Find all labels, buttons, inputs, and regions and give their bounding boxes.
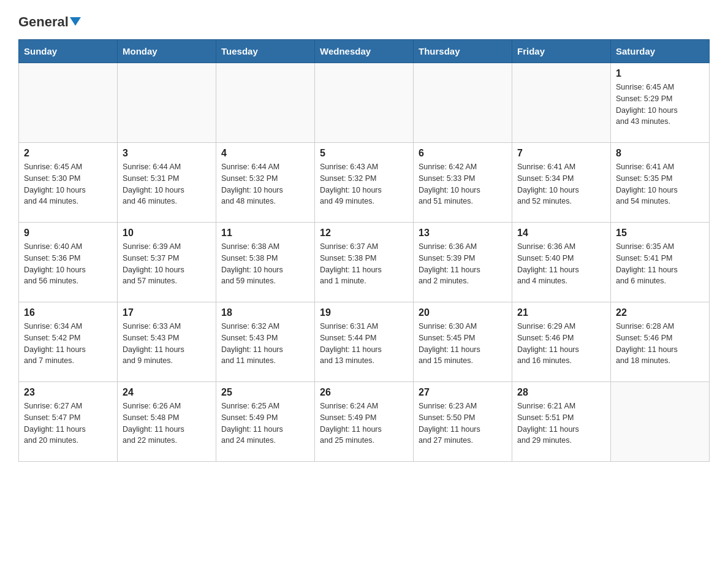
calendar-cell (414, 63, 512, 143)
day-number: 17 (123, 307, 211, 318)
logo: General (18, 12, 81, 29)
day-info: Sunrise: 6:25 AM Sunset: 5:49 PM Dayligh… (221, 400, 309, 446)
day-number: 15 (616, 228, 704, 239)
day-number: 4 (221, 148, 309, 159)
calendar-cell: 21Sunrise: 6:29 AM Sunset: 5:46 PM Dayli… (512, 302, 611, 382)
day-number: 23 (24, 387, 112, 398)
calendar-cell: 26Sunrise: 6:24 AM Sunset: 5:49 PM Dayli… (315, 382, 414, 462)
day-info: Sunrise: 6:24 AM Sunset: 5:49 PM Dayligh… (320, 400, 408, 446)
week-row-2: 2Sunrise: 6:45 AM Sunset: 5:30 PM Daylig… (19, 143, 710, 223)
calendar-cell: 2Sunrise: 6:45 AM Sunset: 5:30 PM Daylig… (19, 143, 118, 223)
day-number: 22 (616, 307, 704, 318)
weekday-header-wednesday: Wednesday (315, 40, 414, 63)
day-info: Sunrise: 6:23 AM Sunset: 5:50 PM Dayligh… (419, 400, 507, 446)
weekday-header-tuesday: Tuesday (216, 40, 315, 63)
calendar-cell: 1Sunrise: 6:45 AM Sunset: 5:29 PM Daylig… (611, 63, 710, 143)
day-number: 21 (517, 307, 605, 318)
day-number: 18 (221, 307, 309, 318)
day-info: Sunrise: 6:34 AM Sunset: 5:42 PM Dayligh… (24, 321, 112, 367)
day-info: Sunrise: 6:39 AM Sunset: 5:37 PM Dayligh… (123, 241, 211, 287)
calendar-cell: 15Sunrise: 6:35 AM Sunset: 5:41 PM Dayli… (611, 223, 710, 302)
calendar-cell (512, 63, 611, 143)
logo-triangle-icon (70, 17, 81, 26)
calendar-cell (118, 63, 216, 143)
calendar-cell (315, 63, 414, 143)
day-number: 7 (517, 148, 605, 159)
calendar-cell: 20Sunrise: 6:30 AM Sunset: 5:45 PM Dayli… (414, 302, 512, 382)
calendar-cell: 14Sunrise: 6:36 AM Sunset: 5:40 PM Dayli… (512, 223, 611, 302)
day-info: Sunrise: 6:37 AM Sunset: 5:38 PM Dayligh… (320, 241, 408, 287)
day-info: Sunrise: 6:40 AM Sunset: 5:36 PM Dayligh… (24, 241, 112, 287)
day-info: Sunrise: 6:45 AM Sunset: 5:29 PM Dayligh… (616, 82, 704, 128)
calendar-cell (216, 63, 315, 143)
calendar-cell: 23Sunrise: 6:27 AM Sunset: 5:47 PM Dayli… (19, 382, 118, 462)
calendar-cell: 9Sunrise: 6:40 AM Sunset: 5:36 PM Daylig… (19, 223, 118, 302)
day-info: Sunrise: 6:32 AM Sunset: 5:43 PM Dayligh… (221, 321, 309, 367)
page-header: General (18, 12, 710, 29)
day-info: Sunrise: 6:31 AM Sunset: 5:44 PM Dayligh… (320, 321, 408, 367)
day-info: Sunrise: 6:36 AM Sunset: 5:39 PM Dayligh… (419, 241, 507, 287)
day-number: 10 (123, 228, 211, 239)
calendar-cell: 3Sunrise: 6:44 AM Sunset: 5:31 PM Daylig… (118, 143, 216, 223)
day-number: 1 (616, 68, 704, 79)
weekday-header-row: SundayMondayTuesdayWednesdayThursdayFrid… (19, 40, 710, 63)
day-number: 5 (320, 148, 408, 159)
calendar-cell: 5Sunrise: 6:43 AM Sunset: 5:32 PM Daylig… (315, 143, 414, 223)
calendar-cell: 6Sunrise: 6:42 AM Sunset: 5:33 PM Daylig… (414, 143, 512, 223)
day-number: 28 (517, 387, 605, 398)
day-number: 20 (419, 307, 507, 318)
day-number: 14 (517, 228, 605, 239)
calendar-cell: 16Sunrise: 6:34 AM Sunset: 5:42 PM Dayli… (19, 302, 118, 382)
day-info: Sunrise: 6:29 AM Sunset: 5:46 PM Dayligh… (517, 321, 605, 367)
day-number: 16 (24, 307, 112, 318)
day-info: Sunrise: 6:33 AM Sunset: 5:43 PM Dayligh… (123, 321, 211, 367)
logo-general-text: General (18, 15, 81, 29)
day-info: Sunrise: 6:42 AM Sunset: 5:33 PM Dayligh… (419, 161, 507, 207)
weekday-header-monday: Monday (118, 40, 216, 63)
day-info: Sunrise: 6:30 AM Sunset: 5:45 PM Dayligh… (419, 321, 507, 367)
day-number: 12 (320, 228, 408, 239)
day-number: 19 (320, 307, 408, 318)
day-number: 11 (221, 228, 309, 239)
day-info: Sunrise: 6:41 AM Sunset: 5:34 PM Dayligh… (517, 161, 605, 207)
week-row-1: 1Sunrise: 6:45 AM Sunset: 5:29 PM Daylig… (19, 63, 710, 143)
day-number: 26 (320, 387, 408, 398)
day-number: 3 (123, 148, 211, 159)
weekday-header-friday: Friday (512, 40, 611, 63)
day-number: 24 (123, 387, 211, 398)
calendar-cell: 19Sunrise: 6:31 AM Sunset: 5:44 PM Dayli… (315, 302, 414, 382)
calendar-cell: 4Sunrise: 6:44 AM Sunset: 5:32 PM Daylig… (216, 143, 315, 223)
day-info: Sunrise: 6:43 AM Sunset: 5:32 PM Dayligh… (320, 161, 408, 207)
calendar-cell: 27Sunrise: 6:23 AM Sunset: 5:50 PM Dayli… (414, 382, 512, 462)
day-number: 9 (24, 228, 112, 239)
weekday-header-thursday: Thursday (414, 40, 512, 63)
weekday-header-saturday: Saturday (611, 40, 710, 63)
week-row-4: 16Sunrise: 6:34 AM Sunset: 5:42 PM Dayli… (19, 302, 710, 382)
day-number: 2 (24, 148, 112, 159)
day-number: 25 (221, 387, 309, 398)
calendar-cell: 24Sunrise: 6:26 AM Sunset: 5:48 PM Dayli… (118, 382, 216, 462)
calendar-cell: 10Sunrise: 6:39 AM Sunset: 5:37 PM Dayli… (118, 223, 216, 302)
calendar-cell (611, 382, 710, 462)
day-info: Sunrise: 6:26 AM Sunset: 5:48 PM Dayligh… (123, 400, 211, 446)
calendar-cell: 18Sunrise: 6:32 AM Sunset: 5:43 PM Dayli… (216, 302, 315, 382)
day-info: Sunrise: 6:44 AM Sunset: 5:31 PM Dayligh… (123, 161, 211, 207)
day-info: Sunrise: 6:41 AM Sunset: 5:35 PM Dayligh… (616, 161, 704, 207)
calendar-cell: 22Sunrise: 6:28 AM Sunset: 5:46 PM Dayli… (611, 302, 710, 382)
day-info: Sunrise: 6:28 AM Sunset: 5:46 PM Dayligh… (616, 321, 704, 367)
day-number: 6 (419, 148, 507, 159)
calendar-cell: 28Sunrise: 6:21 AM Sunset: 5:51 PM Dayli… (512, 382, 611, 462)
calendar-cell: 17Sunrise: 6:33 AM Sunset: 5:43 PM Dayli… (118, 302, 216, 382)
day-number: 13 (419, 228, 507, 239)
day-info: Sunrise: 6:36 AM Sunset: 5:40 PM Dayligh… (517, 241, 605, 287)
weekday-header-sunday: Sunday (19, 40, 118, 63)
day-info: Sunrise: 6:45 AM Sunset: 5:30 PM Dayligh… (24, 161, 112, 207)
calendar-cell: 8Sunrise: 6:41 AM Sunset: 5:35 PM Daylig… (611, 143, 710, 223)
calendar-cell (19, 63, 118, 143)
day-info: Sunrise: 6:35 AM Sunset: 5:41 PM Dayligh… (616, 241, 704, 287)
week-row-3: 9Sunrise: 6:40 AM Sunset: 5:36 PM Daylig… (19, 223, 710, 302)
calendar-cell: 7Sunrise: 6:41 AM Sunset: 5:34 PM Daylig… (512, 143, 611, 223)
calendar-cell: 12Sunrise: 6:37 AM Sunset: 5:38 PM Dayli… (315, 223, 414, 302)
week-row-5: 23Sunrise: 6:27 AM Sunset: 5:47 PM Dayli… (19, 382, 710, 462)
day-info: Sunrise: 6:21 AM Sunset: 5:51 PM Dayligh… (517, 400, 605, 446)
